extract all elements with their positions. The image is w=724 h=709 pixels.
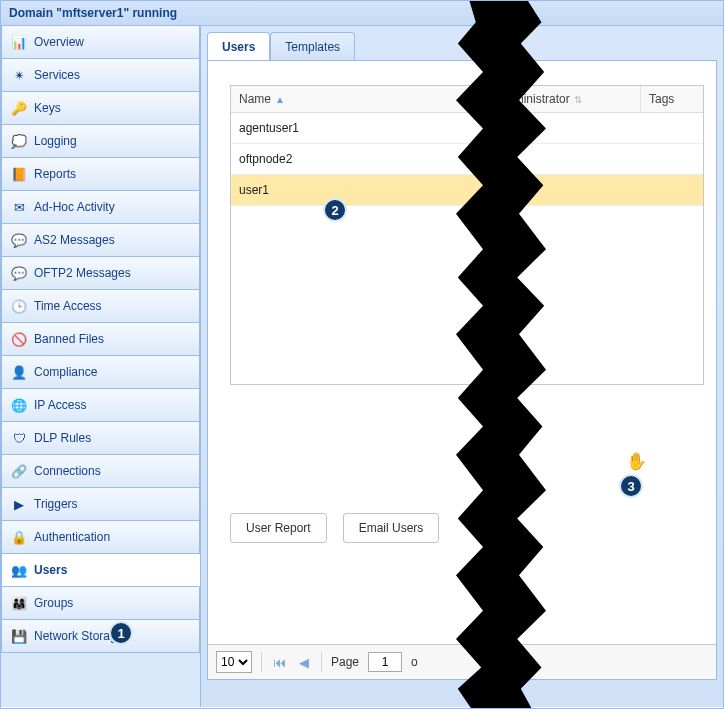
storage-icon: 💾 <box>11 628 27 644</box>
banned-icon: 🚫 <box>11 331 27 347</box>
sidebar-item-storage[interactable]: 💾Network Storage <box>1 620 200 653</box>
sidebar-item-label: Time Access <box>34 299 102 313</box>
overview-icon: 📊 <box>11 34 27 50</box>
services-icon: ✴ <box>11 67 27 83</box>
sidebar-item-adhoc[interactable]: ✉Ad-Hoc Activity <box>1 191 200 224</box>
separator <box>261 652 262 672</box>
sort-icon: ⇅ <box>574 94 582 105</box>
tab-users[interactable]: Users <box>207 32 270 61</box>
keys-icon: 🔑 <box>11 100 27 116</box>
sidebar-item-auth[interactable]: 🔒Authentication <box>1 521 200 554</box>
sidebar-item-connections[interactable]: 🔗Connections <box>1 455 200 488</box>
annotation-marker-3: 3 <box>619 474 643 498</box>
page-label: Page <box>331 655 359 669</box>
sidebar-item-banned[interactable]: 🚫Banned Files <box>1 323 200 356</box>
adhoc-icon: ✉ <box>11 199 27 215</box>
sidebar-item-compliance[interactable]: 👤Compliance <box>1 356 200 389</box>
reports-icon: 📙 <box>11 166 27 182</box>
users-icon: 👥 <box>11 562 27 578</box>
first-page-icon[interactable]: ⏮ <box>271 655 287 670</box>
cell-name: user1 <box>231 175 491 205</box>
as2-icon: 💬 <box>11 232 27 248</box>
sidebar: 📊Overview ✴Services 🔑Keys 💭Logging 📙Repo… <box>1 26 201 707</box>
window-title: Domain "mftserver1" running <box>1 1 723 26</box>
cursor-icon: ✋ <box>626 451 647 472</box>
sidebar-item-label: Authentication <box>34 530 110 544</box>
sidebar-item-services[interactable]: ✴Services <box>1 59 200 92</box>
groups-icon: 👨‍👩‍👧 <box>11 595 27 611</box>
oftp2-icon: 💬 <box>11 265 27 281</box>
sidebar-item-label: Logging <box>34 134 77 148</box>
sidebar-item-groups[interactable]: 👨‍👩‍👧Groups <box>1 587 200 620</box>
pager: 10 ⏮ ◀ Page o <box>208 644 716 679</box>
sidebar-item-label: Reports <box>34 167 76 181</box>
sidebar-item-label: Compliance <box>34 365 97 379</box>
of-label: o <box>411 655 418 669</box>
col-tags[interactable]: Tags <box>641 86 703 112</box>
sidebar-item-label: Services <box>34 68 80 82</box>
sidebar-item-label: Banned Files <box>34 332 104 346</box>
annotation-marker-1: 1 <box>109 621 133 645</box>
sidebar-item-label: Users <box>34 563 67 577</box>
tab-templates[interactable]: Templates <box>270 32 355 61</box>
left-button-row: User Report Email Users <box>230 513 439 543</box>
sidebar-item-as2[interactable]: 💬AS2 Messages <box>1 224 200 257</box>
sidebar-item-label: Triggers <box>34 497 78 511</box>
auth-icon: 🔒 <box>11 529 27 545</box>
prev-page-icon[interactable]: ◀ <box>296 655 312 670</box>
sidebar-item-dlp[interactable]: 🛡DLP Rules <box>1 422 200 455</box>
sidebar-item-ip[interactable]: 🌐IP Access <box>1 389 200 422</box>
sidebar-item-label: Overview <box>34 35 84 49</box>
user-report-button[interactable]: User Report <box>230 513 327 543</box>
sidebar-item-oftp2[interactable]: 💬OFTP2 Messages <box>1 257 200 290</box>
col-name[interactable]: Name▲ <box>231 86 491 112</box>
triggers-icon: ▶ <box>11 496 27 512</box>
logging-icon: 💭 <box>11 133 27 149</box>
main-panel: Users Templates Name▲ Administrator⇅ Tag… <box>201 26 723 707</box>
page-size-select[interactable]: 10 <box>216 651 252 673</box>
cell-name: agentuser1 <box>231 113 491 143</box>
dlp-icon: 🛡 <box>11 430 27 446</box>
sidebar-item-overview[interactable]: 📊Overview <box>1 26 200 59</box>
sidebar-item-label: DLP Rules <box>34 431 91 445</box>
sidebar-item-keys[interactable]: 🔑Keys <box>1 92 200 125</box>
table-row[interactable]: user1 <box>231 175 703 206</box>
sidebar-item-reports[interactable]: 📙Reports <box>1 158 200 191</box>
sidebar-item-label: Groups <box>34 596 73 610</box>
connections-icon: 🔗 <box>11 463 27 479</box>
sidebar-item-logging[interactable]: 💭Logging <box>1 125 200 158</box>
sort-asc-icon: ▲ <box>275 94 285 105</box>
annotation-marker-2: 2 <box>323 198 347 222</box>
email-users-button[interactable]: Email Users <box>343 513 440 543</box>
sidebar-item-label: AS2 Messages <box>34 233 115 247</box>
sidebar-item-time[interactable]: 🕒Time Access <box>1 290 200 323</box>
sidebar-item-label: Keys <box>34 101 61 115</box>
sidebar-item-label: IP Access <box>34 398 86 412</box>
separator <box>321 652 322 672</box>
sidebar-item-label: Ad-Hoc Activity <box>34 200 115 214</box>
sidebar-item-users[interactable]: 👥Users <box>1 554 200 587</box>
table-row[interactable]: agentuser1 <box>231 113 703 144</box>
cell-name: oftpnode2 <box>231 144 491 174</box>
sidebar-item-label: Connections <box>34 464 101 478</box>
page-input[interactable] <box>368 652 402 672</box>
sidebar-item-label: OFTP2 Messages <box>34 266 131 280</box>
compliance-icon: 👤 <box>11 364 27 380</box>
time-icon: 🕒 <box>11 298 27 314</box>
ip-icon: 🌐 <box>11 397 27 413</box>
sidebar-item-triggers[interactable]: ▶Triggers <box>1 488 200 521</box>
